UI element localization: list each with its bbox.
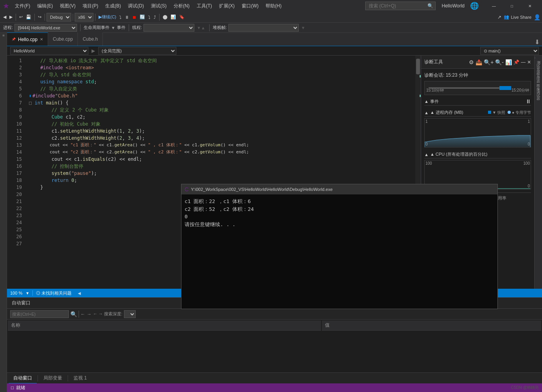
menu-window[interactable]: 窗口(W)	[239, 2, 262, 10]
menu-view[interactable]: 视图(V)	[57, 2, 79, 10]
col-name: 名称	[8, 320, 321, 331]
tab-pin-icon: 📌	[12, 38, 16, 41]
function-select[interactable]: ⊙ main()	[480, 47, 539, 55]
events-pause-button[interactable]: ⏸	[526, 98, 531, 104]
menu-analyze[interactable]: 分析(N)	[170, 2, 193, 10]
right-strip-item-1[interactable]: 测	[535, 57, 542, 59]
continue-button[interactable]: ▶ 继续(C)	[97, 13, 118, 21]
tab-cube-cpp[interactable]: Cube.cpp	[48, 32, 78, 46]
thread-select[interactable]	[144, 24, 194, 32]
back-button[interactable]: ◀	[2, 14, 8, 20]
activity-item-1[interactable]: ≡	[2, 34, 5, 36]
stack-select[interactable]	[228, 24, 299, 32]
close-button[interactable]: ✕	[521, 0, 539, 12]
ready-icon: □	[11, 385, 14, 390]
menu-debug[interactable]: 调试(D)	[125, 2, 147, 10]
right-strip-item-2[interactable]: 试	[535, 60, 542, 62]
thread-label: 线程:	[132, 25, 142, 31]
undo-button[interactable]: ↩	[18, 14, 24, 20]
bottom-tab-auto[interactable]: 自动窗口	[9, 373, 37, 383]
diag-settings-icon[interactable]: ⚙	[469, 59, 474, 65]
app-icon: 🌐	[470, 2, 479, 10]
right-strip-item-11[interactable]: 试	[535, 90, 542, 92]
save-button[interactable]: 💾	[24, 14, 33, 20]
search-back-button[interactable]: ←	[81, 311, 85, 317]
minimize-button[interactable]: —	[485, 0, 503, 12]
performance-profiler-button[interactable]: 📊	[169, 14, 178, 20]
menu-bar: 文件(F) 编辑(E) 视图(V) 项目(P) 生成(B) 调试(D) 测试(S…	[12, 2, 285, 10]
search-depth-select[interactable]	[124, 310, 136, 318]
right-strip-item-7[interactable]: 器	[535, 76, 542, 77]
menu-tools[interactable]: 工具(T)	[194, 2, 215, 10]
menu-extensions[interactable]: 扩展(X)	[216, 2, 238, 10]
terminal-window: C Y:\002_WorkSpace\002_VS\HelloWorld\Hel…	[181, 184, 498, 309]
diag-minimize-icon[interactable]: —	[521, 59, 526, 65]
diag-pin-icon[interactable]: 📌	[513, 59, 519, 65]
diag-zoom-out-icon[interactable]: 🔍-	[495, 59, 504, 65]
restart-button[interactable]: 🔄	[138, 14, 147, 20]
issues-indicator[interactable]: ◎ 未找到相关问题	[36, 290, 72, 296]
tab-hello-cpp[interactable]: 📌 Hello.cpp ✕	[7, 32, 48, 46]
pause-button[interactable]: ⏸	[123, 14, 131, 20]
right-strip-item-3[interactable]: 资	[535, 63, 542, 65]
stop-button[interactable]: ⏹	[131, 14, 138, 20]
right-strip-item-8[interactable]: 图	[535, 81, 542, 82]
step-over-button[interactable]: ⤵	[118, 14, 123, 20]
menu-file[interactable]: 文件(F)	[12, 2, 33, 10]
bottom-tabs: 自动窗口 局部变量 监视 1	[7, 372, 542, 383]
scrollbar-thumb[interactable]	[416, 59, 420, 74]
right-strip-item-4[interactable]: 源	[535, 67, 542, 68]
search-forward-button[interactable]: →	[87, 311, 92, 317]
ln-5: 5	[7, 85, 22, 92]
live-share-label: Live Share	[511, 15, 531, 20]
code-line-23: // 控制台暂停	[29, 163, 412, 170]
search-icon-bottom[interactable]: 🔍	[70, 311, 77, 317]
diag-chart-icon[interactable]: 📊	[505, 59, 512, 65]
menu-help[interactable]: 帮助(H)	[262, 2, 285, 10]
step-into-button[interactable]: ⤵	[147, 14, 152, 20]
diag-zoom-in-icon[interactable]: 🔍+	[484, 59, 494, 65]
cpu-title: ▲ ▲ CPU (所有处理器的百分比)	[424, 151, 531, 158]
step-out-button[interactable]: ⤴	[152, 14, 158, 20]
diag-export-icon[interactable]: 📤	[476, 59, 482, 65]
maximize-button[interactable]: □	[503, 0, 521, 12]
search-icon: 🔍	[427, 3, 433, 9]
zoom-level[interactable]: 100 %	[10, 291, 22, 295]
bottom-tab-locals[interactable]: 局部变量	[39, 373, 67, 383]
account-icon[interactable]: 👤	[534, 14, 540, 20]
bottom-tab-watch[interactable]: 监视 1	[69, 373, 92, 383]
process-select[interactable]: [9444] HelloWorld.exe	[14, 24, 77, 32]
tab-hello-cpp-close[interactable]: ✕	[40, 37, 43, 41]
ln-19: 19	[7, 184, 22, 191]
right-strip-item-10[interactable]: 调	[535, 87, 542, 88]
auto-search-input[interactable]	[10, 310, 69, 318]
breakpoint-button[interactable]: ⬤	[161, 14, 169, 20]
diag-close-icon[interactable]: ✕	[527, 59, 531, 65]
tab-collapse-button[interactable]: ⬇	[532, 38, 542, 46]
live-share-button[interactable]: 👥 Live Share	[504, 14, 531, 20]
memory-title: ▲ ▲ 进程内存 (MB) ▼ 快照 ● 专用字节	[424, 109, 531, 117]
code-line-20: cout << c1.isEquals(c2) << endl;	[29, 156, 412, 163]
scope-select[interactable]: (全局范围)	[98, 47, 176, 55]
tab-bar: 📌 Hello.cpp ✕ Cube.cpp Cube.h ⬇	[7, 33, 542, 46]
right-strip-item-12[interactable]: 器	[535, 93, 542, 95]
menu-edit[interactable]: 编辑(E)	[34, 2, 56, 10]
right-strip-item-5[interactable]: 管	[535, 70, 542, 71]
menu-project[interactable]: 项目(P)	[79, 2, 101, 10]
global-search-input[interactable]	[365, 2, 436, 10]
menu-test[interactable]: 测试(S)	[148, 2, 170, 10]
right-strip-item-6[interactable]: 理	[535, 73, 542, 74]
platform-select[interactable]: x86	[75, 13, 93, 22]
tab-cube-h[interactable]: Cube.h	[78, 32, 103, 46]
project-scope-select[interactable]: HelloWorld	[10, 47, 88, 55]
bottom-tab-sep-1	[38, 375, 38, 381]
ln-27: 27	[7, 240, 22, 247]
right-strip-item-9[interactable]: 像	[535, 84, 542, 85]
menu-build[interactable]: 生成(B)	[102, 2, 124, 10]
debug-config-select[interactable]: Debug	[47, 13, 71, 22]
forward-button[interactable]: ▶	[8, 14, 14, 20]
terminal-content[interactable]: c1 面积：22 ，c1 体积：6 c2 面积：52 ，c2 体积：24 0 请…	[181, 194, 497, 309]
bookmark-button[interactable]: 🔖	[178, 14, 186, 20]
redo-button[interactable]: ↪	[36, 14, 43, 20]
toolbar-separator-3	[45, 14, 45, 21]
